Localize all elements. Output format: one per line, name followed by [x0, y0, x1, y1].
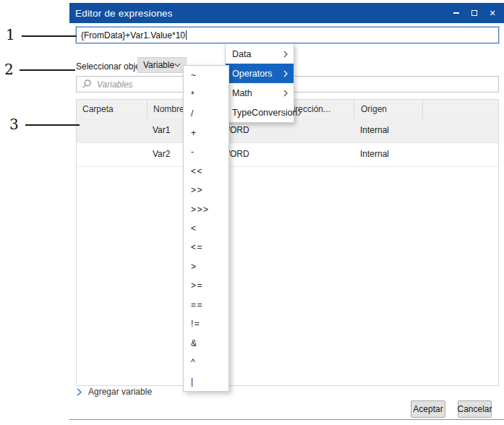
- operators-submenu: ~ * / + - << >> >>> < <= > >= == != & ^ …: [183, 65, 229, 392]
- operator-item[interactable]: |: [184, 372, 228, 391]
- expression-text: {FromData}+Var1.Value*10: [81, 30, 185, 40]
- operator-item[interactable]: >>: [184, 181, 228, 199]
- cell-origen: Internal: [360, 142, 389, 166]
- column-header-origen[interactable]: Origen: [354, 100, 422, 119]
- menu-item-data[interactable]: Data: [226, 44, 294, 64]
- add-variable-label: Agregar variable: [88, 387, 152, 397]
- search-placeholder: Variables: [97, 80, 133, 90]
- operator-item[interactable]: *: [184, 85, 228, 103]
- dialog-title: Editor de expresiones: [75, 8, 173, 19]
- dropdown-value: Variable: [143, 60, 174, 70]
- operator-item[interactable]: +: [184, 123, 228, 142]
- column-header-empty[interactable]: [422, 100, 499, 119]
- title-bar: Editor de expresiones ✕: [69, 3, 504, 23]
- minimize-icon[interactable]: [451, 7, 461, 19]
- submenu-chevron-icon: [297, 109, 302, 116]
- operator-item[interactable]: ^: [184, 353, 228, 372]
- screenshot-page: 1 2 3 Editor de expresiones ✕ {FromData}…: [0, 0, 504, 425]
- cancel-button[interactable]: Cancelar: [458, 400, 492, 418]
- select-object-label: Seleccionar objeto: [76, 61, 148, 72]
- maximize-icon[interactable]: [469, 7, 479, 19]
- operator-item[interactable]: /: [184, 104, 228, 123]
- operator-item[interactable]: ~: [184, 66, 228, 85]
- submenu-chevron-icon: [283, 51, 288, 58]
- submenu-chevron-icon: [283, 90, 288, 97]
- expression-input[interactable]: {FromData}+Var1.Value*10: [76, 27, 499, 43]
- callout-number-2: 2: [4, 61, 14, 78]
- operator-item[interactable]: <<: [184, 161, 228, 180]
- text-caret: [186, 30, 187, 40]
- object-type-dropdown[interactable]: Variable: [137, 57, 187, 73]
- search-icon: [81, 79, 92, 90]
- callout-line-1: [22, 35, 77, 37]
- operator-item[interactable]: &: [184, 334, 228, 353]
- operator-item[interactable]: <: [184, 219, 228, 238]
- menu-item-operators[interactable]: Operators: [226, 64, 294, 83]
- variables-table: Carpeta Nombre Dirección... Origen Var1 …: [76, 99, 499, 386]
- cell-nombre: Var1: [153, 119, 170, 142]
- cell-nombre: Var2: [153, 142, 170, 166]
- submenu-chevron-icon: [283, 70, 288, 77]
- category-context-menu: Data Operators Math TypeConversion: [225, 43, 294, 123]
- callout-line-2: [20, 69, 75, 71]
- cell-origen: Internal: [360, 119, 389, 142]
- callout-line-3: [25, 124, 80, 126]
- chevron-down-icon: [174, 63, 181, 67]
- add-variable-link[interactable]: Agregar variable: [77, 387, 152, 397]
- callout-number-1: 1: [6, 26, 15, 43]
- operator-item[interactable]: -: [184, 142, 228, 161]
- column-header-carpeta[interactable]: Carpeta: [77, 100, 147, 119]
- window-controls: ✕: [451, 7, 497, 19]
- menu-item-math[interactable]: Math: [226, 83, 294, 103]
- operator-item[interactable]: ==: [184, 296, 228, 314]
- accept-button[interactable]: Aceptar: [411, 400, 445, 418]
- operator-item[interactable]: >: [184, 257, 228, 276]
- operator-item[interactable]: >>>: [184, 199, 228, 218]
- chevron-right-icon: [77, 388, 82, 396]
- operator-item[interactable]: >=: [184, 276, 228, 295]
- table-row-var2[interactable]: Var2 DWORD Internal: [77, 142, 498, 167]
- callout-number-3: 3: [9, 116, 19, 133]
- menu-item-typeconversion[interactable]: TypeConversion: [226, 103, 294, 122]
- close-icon[interactable]: ✕: [487, 7, 497, 19]
- operator-item[interactable]: <=: [184, 238, 228, 257]
- operator-item[interactable]: !=: [184, 314, 228, 333]
